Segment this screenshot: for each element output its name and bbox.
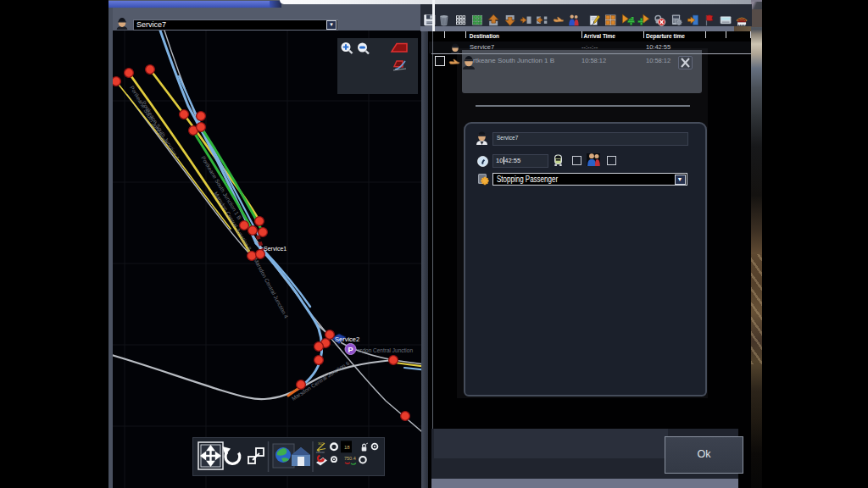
svg-text:Portkeane South Junction 1: Portkeane South Junction 1 (141, 100, 181, 161)
svg-text:rsdon Central Junction: rsdon Central Junction (358, 347, 413, 353)
svg-text:Service2: Service2 (335, 336, 359, 343)
svg-text:P: P (348, 346, 353, 354)
svg-text:Marsdon Central Junction 4: Marsdon Central Junction 4 (253, 257, 290, 319)
svg-text:302: 302 (318, 441, 324, 446)
svg-text:750.4: 750.4 (344, 456, 356, 461)
svg-text:eeeeee: eeeeee (316, 451, 325, 454)
svg-text:Service1: Service1 (264, 246, 287, 252)
svg-text:18: 18 (344, 445, 350, 450)
